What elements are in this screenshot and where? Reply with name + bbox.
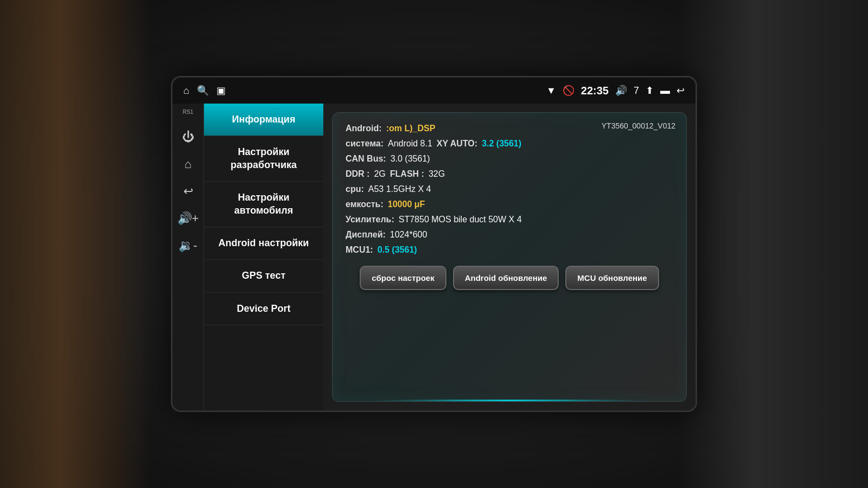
cpu-label: cpu: [346,184,364,194]
canbus-value: 3.0 (3561) [391,154,430,164]
side-home-icon[interactable]: ⌂ [184,157,192,171]
status-right-icons: ▼ 🚫 22:35 🔊 7 ⬆ ▬ ↩ [546,85,685,97]
menu-item-developer[interactable]: Настройки разработчика [204,136,323,182]
speaker-icon: 🔊 [615,85,627,97]
screen-icon: ▬ [660,85,670,97]
version-label: YT3560_00012_V012 [602,121,675,130]
tablet-device: ⌂ 🔍 ▣ ▼ 🚫 22:35 🔊 7 ⬆ ▬ ↩ RS1 ⏻ ⌂ ↩ 🔊+ 🔉… [171,76,697,412]
info-row-display: Дисплей: 1024*600 [346,230,673,240]
main-content: Информация Настройки разработчика Настро… [204,104,695,410]
amplifier-value: ST7850 MOS bile duct 50W X 4 [399,215,522,224]
xy-auto-label: XY AUTO: [437,139,477,149]
system-value: Android 8.1 [388,139,432,149]
mcu-label: MCU1: [346,245,373,255]
reset-button[interactable]: сброс настроек [360,266,446,290]
wifi-icon: ▼ [546,85,556,97]
menu-item-info[interactable]: Информация [204,104,323,136]
info-row-system: система: Android 8.1 XY AUTO: 3.2 (3561) [346,139,673,149]
info-row-cpu: cpu: A53 1.5GHz X 4 [346,184,673,194]
ddr-label: DDR : [346,169,369,179]
status-left-icons: ⌂ 🔍 ▣ [183,85,226,97]
cpu-value: A53 1.5GHz X 4 [368,184,431,194]
photo-background: ⌂ 🔍 ▣ ▼ 🚫 22:35 🔊 7 ⬆ ▬ ↩ RS1 ⏻ ⌂ ↩ 🔊+ 🔉… [0,0,868,488]
number-7: 7 [634,85,639,97]
capacity-label: емкость: [346,200,384,209]
xy-auto-value: 3.2 (3561) [482,139,521,149]
side-back-icon[interactable]: ↩ [183,184,193,198]
flash-value: 32G [429,169,445,179]
back-status-icon: ↩ [676,85,685,97]
volume-down-icon[interactable]: 🔉- [178,239,197,253]
display-value: 1024*600 [390,230,427,240]
square-icon[interactable]: ▣ [216,85,226,97]
system-label: система: [346,139,384,149]
hand-right [678,0,868,488]
hand-left [0,0,152,488]
left-menu: Информация Настройки разработчика Настро… [204,104,323,410]
info-row-ddr: DDR : 2G FLASH : 32G [346,169,673,179]
status-bar: ⌂ 🔍 ▣ ▼ 🚫 22:35 🔊 7 ⬆ ▬ ↩ [173,78,695,104]
power-icon[interactable]: ⏻ [182,130,194,144]
info-row-amplifier: Усилитель: ST7850 MOS bile duct 50W X 4 [346,215,673,224]
rs-label: RS1 [183,109,193,115]
menu-item-gps[interactable]: GPS тест [204,260,323,292]
menu-item-android[interactable]: Android настройки [204,227,323,260]
info-panel: YT3560_00012_V012 Android: :om L)_DSP си… [323,104,695,410]
capacity-value: 10000 μF [388,200,425,209]
volume-up-icon[interactable]: 🔊+ [177,211,199,226]
info-row-mcu: MCU1: 0.5 (3561) [346,245,673,255]
amplifier-label: Усилитель: [346,215,394,224]
signal-icon: ⬆ [646,85,654,97]
side-icons-panel: RS1 ⏻ ⌂ ↩ 🔊+ 🔉- [173,104,204,412]
canbus-label: CAN Bus: [346,154,386,164]
info-row-canbus: CAN Bus: 3.0 (3561) [346,154,673,164]
buttons-row: сброс настроек Android обновление MCU об… [346,260,673,290]
info-box: YT3560_00012_V012 Android: :om L)_DSP си… [332,112,687,402]
mcu-value: 0.5 (3561) [378,245,417,255]
menu-item-car[interactable]: Настройки автомобиля [204,182,323,227]
status-time: 22:35 [581,85,609,97]
flash-label: FLASH : [390,169,424,179]
android-update-button[interactable]: Android обновление [453,266,559,290]
search-icon[interactable]: 🔍 [197,85,209,97]
menu-item-deviceport[interactable]: Device Port [204,293,323,325]
android-value: :om L)_DSP [386,124,436,133]
sim-icon: 🚫 [563,85,575,97]
home-icon[interactable]: ⌂ [183,85,189,97]
android-label: Android: [346,124,382,133]
mcu-update-button[interactable]: MCU обновление [565,266,659,290]
info-row-capacity: емкость: 10000 μF [346,200,673,209]
ddr-value: 2G [374,169,385,179]
display-label: Дисплей: [346,230,386,240]
